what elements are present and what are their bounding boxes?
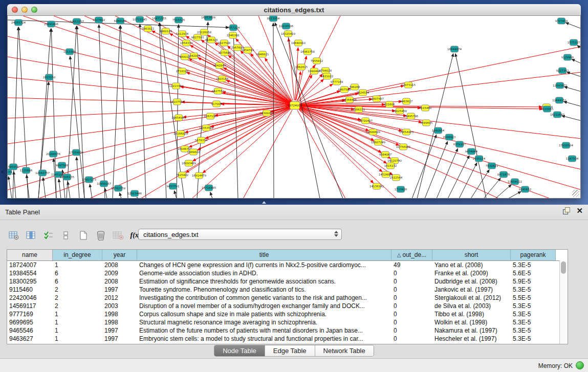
table-cell[interactable]: 1998: [102, 318, 137, 326]
table-row[interactable]: 946554611997Estimation of the future num…: [7, 326, 568, 335]
table-cell[interactable]: Wolkin et al. (1998): [432, 318, 511, 326]
table-row[interactable]: 1938455462009Genome-wide association stu…: [7, 269, 568, 277]
table-row[interactable]: 1830029562008Estimation of significance …: [7, 277, 568, 286]
citation-network-graph[interactable]: 1872400718300295232260589827503818632898…: [8, 16, 581, 199]
new-file-icon[interactable]: [76, 229, 91, 242]
column-header-in_degree[interactable]: in_degree: [53, 250, 102, 260]
table-cell[interactable]: 2008: [102, 261, 137, 269]
window-titlebar[interactable]: citations_edges.txt: [7, 4, 581, 16]
table-cell[interactable]: 1: [53, 318, 102, 326]
table-cell[interactable]: 5.6E-5: [511, 269, 556, 277]
table-cell[interactable]: 0: [391, 335, 432, 343]
table-cell[interactable]: 1: [53, 261, 102, 269]
select-all-icon[interactable]: [41, 229, 56, 242]
table-cell[interactable]: Corpus callosum shape and size in male p…: [137, 310, 391, 318]
table-cell[interactable]: 2009: [102, 269, 137, 277]
table-settings-icon[interactable]: [7, 229, 21, 242]
table-cell[interactable]: 9465546: [7, 326, 53, 335]
table-cell[interactable]: 0: [391, 286, 432, 294]
table-row[interactable]: 911546021997Tourette syndrome. Phenomeno…: [7, 286, 568, 294]
table-cell[interactable]: Disruption of a novel member of a sodium…: [137, 302, 391, 310]
column-header-year[interactable]: year: [102, 250, 137, 260]
table-cell[interactable]: 2: [53, 286, 102, 294]
table-cell[interactable]: 5.3E-5: [511, 318, 556, 326]
table-cell[interactable]: Estimation of the future numbers of pati…: [137, 326, 391, 335]
table-cell[interactable]: Yano et al. (2008): [432, 261, 511, 269]
table-row[interactable]: 977716911998Corpus callosum shape and si…: [7, 310, 568, 318]
tab-node-table[interactable]: Node Table: [214, 345, 265, 356]
table-cell[interactable]: 2003: [102, 302, 137, 310]
table-cell[interactable]: 1997: [102, 335, 137, 343]
column-header-out_de[interactable]: △out_de...: [391, 250, 432, 260]
table-cell[interactable]: 0: [391, 310, 432, 318]
table-cell[interactable]: 22420046: [7, 294, 53, 302]
table-source-select[interactable]: citations_edges.txt: [138, 229, 342, 240]
table-cell[interactable]: 0: [391, 318, 432, 326]
table-cell[interactable]: 2012: [102, 294, 137, 302]
network-canvas[interactable]: 1872400718300295232260589827503818632898…: [7, 16, 581, 199]
table-cell[interactable]: 49: [391, 261, 432, 269]
table-row[interactable]: 969969511998Structural magnetic resonanc…: [7, 318, 568, 326]
table-cell[interactable]: 6: [53, 269, 102, 277]
table-cell[interactable]: Stergiakouli et al. (2012): [432, 294, 511, 302]
table-cell[interactable]: Jankovic et al. (1997): [432, 286, 511, 294]
table-cell[interactable]: 5.3E-5: [511, 335, 556, 343]
table-cell[interactable]: 5.3E-5: [511, 310, 556, 318]
table-row[interactable]: 946362711997Embryonic stem cells: a mode…: [7, 335, 568, 343]
close-panel-icon[interactable]: ✕: [576, 207, 583, 214]
table-cell[interactable]: 5.3E-5: [511, 286, 556, 294]
table-cell[interactable]: de Silva et al. (2003): [432, 302, 511, 310]
table-cell[interactable]: 2: [53, 302, 102, 310]
splitter-collapse-arrow-icon[interactable]: [262, 201, 266, 204]
table-cell[interactable]: 9777169: [7, 310, 53, 318]
delete-table-icon[interactable]: [111, 229, 125, 242]
table-cell[interactable]: Hescheler et al. (1997): [432, 335, 511, 343]
table-cell[interactable]: 9115460: [7, 286, 53, 294]
left-splitter-arrow-icon[interactable]: [1, 170, 4, 174]
table-cell[interactable]: Tibbo et al. (1998): [432, 310, 511, 318]
column-chooser-icon[interactable]: [24, 229, 38, 242]
table-row[interactable]: 1456911722003Disruption of a novel membe…: [7, 302, 568, 310]
table-cell[interactable]: 5.5E-5: [511, 294, 556, 302]
table-cell[interactable]: Tourette syndrome. Phenomenology and cla…: [137, 286, 391, 294]
table-row[interactable]: 1872400712008Changes of HCN gene express…: [7, 261, 568, 269]
table-cell[interactable]: Investigating the contribution of common…: [137, 294, 391, 302]
table-cell[interactable]: 1997: [102, 286, 137, 294]
table-cell[interactable]: 18300295: [7, 277, 53, 286]
table-cell[interactable]: 9463627: [7, 335, 53, 343]
table-cell[interactable]: 0: [391, 302, 432, 310]
table-cell[interactable]: Nakamura et al. (1997): [432, 326, 511, 335]
table-cell[interactable]: 5.3E-5: [511, 302, 556, 310]
minimize-traffic-light-icon[interactable]: [21, 7, 28, 13]
table-cell[interactable]: Genome-wide association studies in ADHD.: [137, 269, 391, 277]
table-cell[interactable]: 1: [53, 310, 102, 318]
table-cell[interactable]: 0: [391, 294, 432, 302]
table-cell[interactable]: Changes of HCN gene expression and I(f) …: [137, 261, 391, 269]
table-body[interactable]: 1872400712008Changes of HCN gene express…: [7, 261, 568, 343]
close-traffic-light-icon[interactable]: [12, 7, 18, 13]
scrollbar-thumb[interactable]: [561, 261, 566, 274]
table-cell[interactable]: 5.3E-5: [511, 326, 556, 335]
node-table[interactable]: namein_degreeyeartitle△out_de...shortpag…: [7, 249, 568, 344]
table-cell[interactable]: 1998: [102, 310, 137, 318]
table-cell[interactable]: 9699695: [7, 318, 53, 326]
zoom-traffic-light-icon[interactable]: [31, 7, 37, 13]
column-header-name[interactable]: name: [7, 250, 53, 260]
table-cell[interactable]: 14569117: [7, 302, 53, 310]
resize-grip-icon[interactable]: [572, 190, 579, 197]
table-cell[interactable]: 19384554: [7, 269, 53, 277]
vertical-scrollbar[interactable]: [559, 260, 568, 344]
table-cell[interactable]: 5.9E-5: [511, 277, 556, 286]
table-cell[interactable]: 1: [53, 326, 102, 335]
table-cell[interactable]: Embryonic stem cells: a model to study s…: [137, 335, 391, 343]
table-cell[interactable]: Structural magnetic resonance image aver…: [137, 318, 391, 326]
table-cell[interactable]: 5.3E-5: [511, 261, 556, 269]
table-cell[interactable]: Dudbridge et al. (2008): [432, 277, 511, 286]
table-cell[interactable]: 0: [391, 326, 432, 335]
tab-edge-table[interactable]: Edge Table: [265, 345, 315, 356]
table-cell[interactable]: Estimation of significance thresholds fo…: [137, 277, 391, 286]
table-cell[interactable]: 1997: [102, 326, 137, 335]
table-header-row[interactable]: namein_degreeyeartitle△out_de...shortpag…: [7, 250, 568, 261]
column-header-pagerank[interactable]: pagerank: [511, 250, 556, 260]
table-cell[interactable]: 6: [53, 277, 102, 286]
